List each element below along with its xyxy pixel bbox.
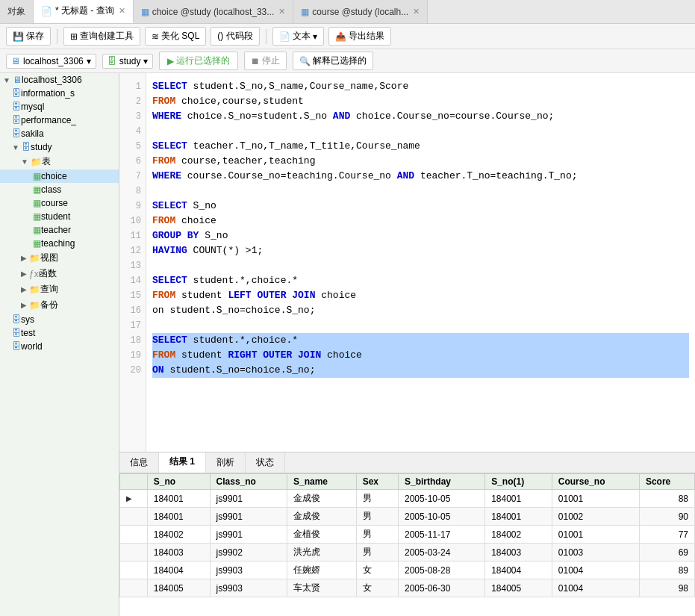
sidebar-item-functions[interactable]: ▶ ƒx 函数 bbox=[0, 266, 119, 281]
col-header-birthday[interactable]: S_birthday bbox=[399, 474, 485, 490]
table-row[interactable]: 184001 js9901 金成俊 男 2005-10-05 184001 01… bbox=[120, 508, 695, 526]
sidebar-item-choice[interactable]: ▦ choice bbox=[0, 169, 119, 183]
db-selector[interactable]: 🗄 study ▾ bbox=[102, 54, 154, 69]
code-line-11: GROUP BY S_no bbox=[152, 228, 689, 243]
sidebar-item-sys[interactable]: 🗄 sys bbox=[0, 313, 119, 326]
host-selector[interactable]: 🖥 localhost_3306 ▾ bbox=[6, 54, 96, 69]
sidebar-item-class[interactable]: ▦ class bbox=[0, 183, 119, 196]
cell-birthday: 2005-06-30 bbox=[399, 579, 485, 597]
col-header-sno[interactable]: S_no bbox=[147, 474, 210, 490]
tab-choice-close[interactable]: ✕ bbox=[278, 7, 285, 16]
beautify-button[interactable]: ≋ 美化 SQL bbox=[145, 27, 206, 46]
table-row[interactable]: 184003 js9902 洪光虎 男 2005-03-24 184003 01… bbox=[120, 544, 695, 561]
col-header-sex[interactable]: Sex bbox=[356, 474, 398, 490]
stop-label: 停止 bbox=[262, 55, 280, 67]
cell-classno: js9901 bbox=[210, 508, 287, 526]
save-icon: 💾 bbox=[13, 31, 24, 42]
cell-sname: 洪光虎 bbox=[287, 544, 356, 561]
cell-sex: 男 bbox=[356, 490, 398, 508]
results-content[interactable]: S_no Class_no S_name Sex S_birthday S_no… bbox=[119, 473, 695, 616]
sidebar-student-label: student bbox=[41, 211, 70, 222]
cell-sno1: 184003 bbox=[485, 544, 552, 561]
sidebar-item-performance[interactable]: 🗄 performance_ bbox=[0, 113, 119, 127]
sidebar-item-localhost[interactable]: ▼ 🖥 localhost_3306 bbox=[0, 73, 119, 87]
code-block-label: () 代码段 bbox=[217, 30, 252, 43]
cell-courseno: 01001 bbox=[552, 490, 639, 508]
col-header-classno[interactable]: Class_no bbox=[210, 474, 287, 490]
col-header-sname[interactable]: S_name bbox=[287, 474, 356, 490]
sidebar-backups-label: 备份 bbox=[40, 299, 58, 311]
sidebar-item-views[interactable]: ▶ 📁 视图 bbox=[0, 250, 119, 266]
cell-sex: 女 bbox=[356, 579, 398, 597]
sidebar-item-mysql[interactable]: 🗄 mysql bbox=[0, 100, 119, 113]
save-button[interactable]: 💾 保存 bbox=[6, 27, 51, 46]
results-tab-result1[interactable]: 结果 1 bbox=[159, 452, 206, 473]
cell-score: 89 bbox=[639, 561, 694, 579]
expand-icon-functions: ▶ bbox=[21, 270, 27, 278]
explain-label: 解释已选择的 bbox=[313, 55, 367, 67]
sidebar-item-teaching[interactable]: ▦ teaching bbox=[0, 237, 119, 250]
results-tab-status[interactable]: 状态 bbox=[246, 452, 285, 473]
cell-score: 90 bbox=[639, 508, 694, 526]
toolbar-separator-2 bbox=[266, 29, 267, 44]
sidebar-localhost-label: localhost_3306 bbox=[22, 75, 82, 85]
sidebar-item-student[interactable]: ▦ student bbox=[0, 210, 119, 223]
col-header-score[interactable]: Score bbox=[639, 474, 694, 490]
results-tab-info[interactable]: 信息 bbox=[119, 452, 159, 473]
row-marker: ▶ bbox=[120, 490, 148, 508]
views-icon: 📁 bbox=[29, 253, 40, 264]
toolbar: 💾 保存 ⊞ 查询创建工具 ≋ 美化 SQL () 代码段 📄 文本 ▾ 📤 导… bbox=[0, 24, 695, 49]
sidebar-item-study[interactable]: ▼ 🗄 study bbox=[0, 140, 119, 154]
save-label: 保存 bbox=[26, 30, 44, 43]
db-icon-test: 🗄 bbox=[12, 328, 21, 338]
tab-object[interactable]: 对象 bbox=[0, 0, 34, 23]
tab-course[interactable]: ▦ course @study (localh... ✕ bbox=[293, 0, 428, 23]
code-line-5: SELECT teacher.T_no,T_name,T_title,Cours… bbox=[152, 139, 689, 154]
sidebar-functions-label: 函数 bbox=[39, 267, 57, 280]
export-button[interactable]: 📤 导出结果 bbox=[328, 27, 391, 46]
tab-query-label: * 无标题 - 查询 bbox=[55, 4, 114, 17]
cell-courseno: 01004 bbox=[552, 561, 639, 579]
code-line-14: SELECT student.*,choice.* bbox=[152, 273, 689, 288]
query-builder-button[interactable]: ⊞ 查询创建工具 bbox=[63, 27, 140, 46]
text-button[interactable]: 📄 文本 ▾ bbox=[272, 27, 324, 46]
sidebar-item-sakila[interactable]: 🗄 sakila bbox=[0, 127, 119, 140]
sidebar-item-information[interactable]: 🗄 information_s bbox=[0, 87, 119, 100]
code-block-button[interactable]: () 代码段 bbox=[211, 27, 259, 46]
sidebar-item-test[interactable]: 🗄 test bbox=[0, 326, 119, 340]
results-tab-profile[interactable]: 剖析 bbox=[206, 452, 246, 473]
cell-score: 88 bbox=[639, 490, 694, 508]
stop-button[interactable]: ⏹ 停止 bbox=[244, 52, 287, 70]
table-row[interactable]: 184002 js9901 金植俊 男 2005-11-17 184002 01… bbox=[120, 526, 695, 544]
explain-icon: 🔍 bbox=[299, 56, 311, 66]
col-header-sno1[interactable]: S_no(1) bbox=[485, 474, 552, 490]
tab-query[interactable]: 📄 * 无标题 - 查询 ✕ bbox=[34, 0, 134, 23]
tab-course-close[interactable]: ✕ bbox=[413, 7, 420, 16]
sidebar-item-backups[interactable]: ▶ 📁 备份 bbox=[0, 297, 119, 313]
sidebar-item-teacher[interactable]: ▦ teacher bbox=[0, 223, 119, 237]
row-marker bbox=[120, 579, 148, 597]
sidebar-sakila-label: sakila bbox=[21, 128, 44, 139]
expand-icon-tables: ▼ bbox=[21, 158, 28, 166]
text-icon: 📄 bbox=[279, 31, 290, 42]
table-row[interactable]: 184005 js9903 车太贤 女 2005-06-30 184005 01… bbox=[120, 579, 695, 597]
run-button[interactable]: ▶ 运行已选择的 bbox=[159, 52, 238, 70]
tab-query-close[interactable]: ✕ bbox=[119, 6, 125, 16]
sidebar-views-label: 视图 bbox=[40, 252, 58, 264]
sidebar-item-tables[interactable]: ▼ 📁 表 bbox=[0, 154, 119, 169]
table-row[interactable]: ▶ 184001 js9901 金成俊 男 2005-10-05 184001 … bbox=[120, 490, 695, 508]
code-editor[interactable]: 12345 678910 1112131415 1617181920 SELEC… bbox=[119, 73, 695, 452]
sidebar-sys-label: sys bbox=[21, 314, 34, 325]
line-numbers: 12345 678910 1112131415 1617181920 bbox=[119, 73, 146, 452]
table-row[interactable]: 184004 js9903 任婉娇 女 2005-08-28 184004 01… bbox=[120, 561, 695, 579]
cell-birthday: 2005-10-05 bbox=[399, 490, 485, 508]
sidebar-item-course[interactable]: ▦ course bbox=[0, 196, 119, 210]
sidebar-item-queries[interactable]: ▶ 📁 查询 bbox=[0, 281, 119, 297]
explain-button[interactable]: 🔍 解释已选择的 bbox=[293, 52, 373, 70]
tab-choice[interactable]: ▦ choice @study (localhost_33... ✕ bbox=[134, 0, 294, 23]
code-content[interactable]: SELECT student.S_no,S_name,Course_name,S… bbox=[146, 73, 695, 452]
col-header-courseno[interactable]: Course_no bbox=[552, 474, 639, 490]
db-icon-sakila: 🗄 bbox=[12, 128, 21, 139]
cell-courseno: 01003 bbox=[552, 544, 639, 561]
sidebar-item-world[interactable]: 🗄 world bbox=[0, 340, 119, 353]
